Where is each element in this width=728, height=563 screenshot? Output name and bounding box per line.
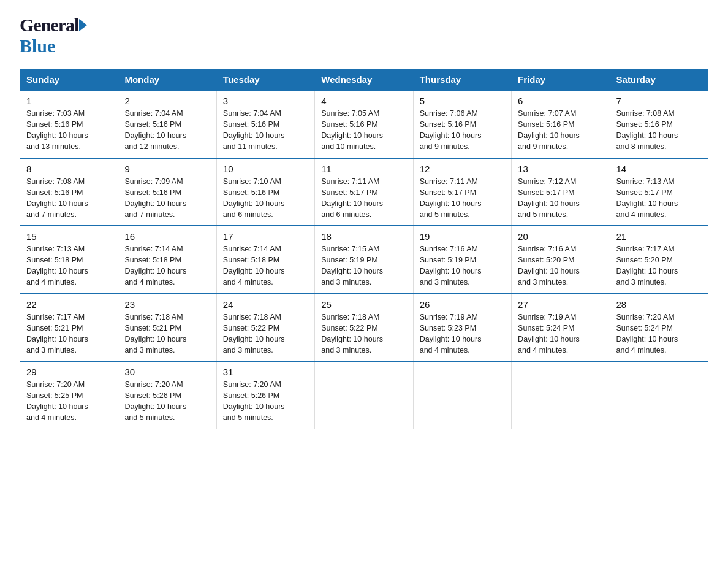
column-header-monday: Monday (118, 69, 216, 91)
calendar-cell: 23 Sunrise: 7:18 AMSunset: 5:21 PMDaylig… (118, 294, 216, 362)
calendar-cell: 14 Sunrise: 7:13 AMSunset: 5:17 PMDaylig… (610, 158, 708, 226)
calendar-cell: 19 Sunrise: 7:16 AMSunset: 5:19 PMDaylig… (413, 226, 511, 294)
column-header-friday: Friday (512, 69, 610, 91)
day-info: Sunrise: 7:04 AMSunset: 5:16 PMDaylight:… (223, 109, 285, 151)
column-header-wednesday: Wednesday (315, 69, 413, 91)
day-number: 3 (223, 96, 308, 106)
day-number: 31 (223, 367, 308, 377)
day-number: 16 (124, 231, 210, 242)
day-number: 20 (518, 231, 603, 242)
day-number: 18 (321, 231, 406, 242)
calendar-cell: 27 Sunrise: 7:19 AMSunset: 5:24 PMDaylig… (512, 294, 610, 362)
day-info: Sunrise: 7:10 AMSunset: 5:16 PMDaylight:… (223, 177, 285, 219)
day-info: Sunrise: 7:04 AMSunset: 5:16 PMDaylight:… (124, 109, 186, 151)
calendar-cell: 8 Sunrise: 7:08 AMSunset: 5:16 PMDayligh… (20, 158, 118, 226)
day-number: 17 (223, 231, 308, 242)
calendar-cell: 6 Sunrise: 7:07 AMSunset: 5:16 PMDayligh… (512, 90, 610, 158)
calendar-cell: 10 Sunrise: 7:10 AMSunset: 5:16 PMDaylig… (216, 158, 314, 226)
calendar-cell: 20 Sunrise: 7:16 AMSunset: 5:20 PMDaylig… (512, 226, 610, 294)
day-info: Sunrise: 7:20 AMSunset: 5:26 PMDaylight:… (124, 380, 186, 422)
day-info: Sunrise: 7:07 AMSunset: 5:16 PMDaylight:… (518, 109, 580, 151)
day-number: 14 (616, 164, 702, 174)
day-info: Sunrise: 7:16 AMSunset: 5:20 PMDaylight:… (518, 245, 580, 286)
day-info: Sunrise: 7:06 AMSunset: 5:16 PMDaylight:… (420, 109, 482, 151)
day-info: Sunrise: 7:17 AMSunset: 5:20 PMDaylight:… (616, 245, 678, 286)
calendar-cell: 7 Sunrise: 7:08 AMSunset: 5:16 PMDayligh… (610, 90, 708, 158)
day-number: 4 (321, 96, 406, 106)
day-number: 1 (26, 96, 112, 106)
calendar-cell: 24 Sunrise: 7:18 AMSunset: 5:22 PMDaylig… (216, 294, 314, 362)
calendar-cell: 18 Sunrise: 7:15 AMSunset: 5:19 PMDaylig… (315, 226, 413, 294)
day-info: Sunrise: 7:20 AMSunset: 5:25 PMDaylight:… (26, 380, 88, 422)
day-number: 24 (223, 299, 308, 310)
day-number: 21 (616, 231, 702, 242)
calendar-header-row: SundayMondayTuesdayWednesdayThursdayFrid… (20, 69, 708, 91)
day-number: 12 (420, 164, 505, 174)
calendar-cell: 29 Sunrise: 7:20 AMSunset: 5:25 PMDaylig… (20, 361, 118, 429)
calendar-cell: 26 Sunrise: 7:19 AMSunset: 5:23 PMDaylig… (413, 294, 511, 362)
calendar-cell: 31 Sunrise: 7:20 AMSunset: 5:26 PMDaylig… (216, 361, 314, 429)
calendar-cell: 5 Sunrise: 7:06 AMSunset: 5:16 PMDayligh… (413, 90, 511, 158)
calendar-cell: 17 Sunrise: 7:14 AMSunset: 5:18 PMDaylig… (216, 226, 314, 294)
day-number: 28 (616, 299, 702, 310)
day-info: Sunrise: 7:20 AMSunset: 5:26 PMDaylight:… (223, 380, 285, 422)
calendar-cell: 22 Sunrise: 7:17 AMSunset: 5:21 PMDaylig… (20, 294, 118, 362)
calendar-cell: 2 Sunrise: 7:04 AMSunset: 5:16 PMDayligh… (118, 90, 216, 158)
calendar-cell: 30 Sunrise: 7:20 AMSunset: 5:26 PMDaylig… (118, 361, 216, 429)
day-info: Sunrise: 7:09 AMSunset: 5:16 PMDaylight:… (124, 177, 186, 219)
calendar-cell: 12 Sunrise: 7:11 AMSunset: 5:17 PMDaylig… (413, 158, 511, 226)
calendar-week-row: 1 Sunrise: 7:03 AMSunset: 5:16 PMDayligh… (20, 90, 708, 158)
day-info: Sunrise: 7:11 AMSunset: 5:17 PMDaylight:… (420, 177, 482, 219)
day-number: 19 (420, 231, 505, 242)
day-number: 10 (223, 164, 308, 174)
logo: General Blue (20, 15, 87, 56)
day-number: 26 (420, 299, 505, 310)
day-number: 25 (321, 299, 406, 310)
day-number: 23 (124, 299, 210, 310)
day-info: Sunrise: 7:15 AMSunset: 5:19 PMDaylight:… (321, 245, 383, 286)
day-info: Sunrise: 7:08 AMSunset: 5:16 PMDaylight:… (26, 177, 88, 219)
logo-triangle-icon (79, 19, 87, 31)
day-info: Sunrise: 7:13 AMSunset: 5:17 PMDaylight:… (616, 177, 678, 219)
day-info: Sunrise: 7:12 AMSunset: 5:17 PMDaylight:… (518, 177, 580, 219)
day-number: 2 (124, 96, 210, 106)
column-header-thursday: Thursday (413, 69, 511, 91)
day-info: Sunrise: 7:19 AMSunset: 5:24 PMDaylight:… (518, 313, 580, 354)
day-number: 11 (321, 164, 406, 174)
calendar-cell: 9 Sunrise: 7:09 AMSunset: 5:16 PMDayligh… (118, 158, 216, 226)
day-info: Sunrise: 7:18 AMSunset: 5:22 PMDaylight:… (321, 313, 383, 354)
day-info: Sunrise: 7:16 AMSunset: 5:19 PMDaylight:… (420, 245, 482, 286)
calendar-cell (413, 361, 511, 429)
logo-blue-text: Blue (20, 36, 55, 56)
calendar-cell: 4 Sunrise: 7:05 AMSunset: 5:16 PMDayligh… (315, 90, 413, 158)
column-header-tuesday: Tuesday (216, 69, 314, 91)
column-header-saturday: Saturday (610, 69, 708, 91)
day-info: Sunrise: 7:03 AMSunset: 5:16 PMDaylight:… (26, 109, 88, 151)
day-info: Sunrise: 7:08 AMSunset: 5:16 PMDaylight:… (616, 109, 678, 151)
day-info: Sunrise: 7:14 AMSunset: 5:18 PMDaylight:… (223, 245, 285, 286)
logo-general-text: General (20, 15, 78, 36)
calendar-week-row: 22 Sunrise: 7:17 AMSunset: 5:21 PMDaylig… (20, 294, 708, 362)
calendar-cell: 21 Sunrise: 7:17 AMSunset: 5:20 PMDaylig… (610, 226, 708, 294)
day-info: Sunrise: 7:13 AMSunset: 5:18 PMDaylight:… (26, 245, 88, 286)
day-info: Sunrise: 7:18 AMSunset: 5:22 PMDaylight:… (223, 313, 285, 354)
calendar-cell: 15 Sunrise: 7:13 AMSunset: 5:18 PMDaylig… (20, 226, 118, 294)
calendar-cell (610, 361, 708, 429)
calendar-week-row: 8 Sunrise: 7:08 AMSunset: 5:16 PMDayligh… (20, 158, 708, 226)
calendar-cell: 13 Sunrise: 7:12 AMSunset: 5:17 PMDaylig… (512, 158, 610, 226)
calendar-cell: 16 Sunrise: 7:14 AMSunset: 5:18 PMDaylig… (118, 226, 216, 294)
calendar-cell: 1 Sunrise: 7:03 AMSunset: 5:16 PMDayligh… (20, 90, 118, 158)
day-number: 29 (26, 367, 112, 377)
day-number: 13 (518, 164, 603, 174)
day-number: 8 (26, 164, 112, 174)
day-info: Sunrise: 7:17 AMSunset: 5:21 PMDaylight:… (26, 313, 88, 354)
day-info: Sunrise: 7:19 AMSunset: 5:23 PMDaylight:… (420, 313, 482, 354)
calendar-cell: 11 Sunrise: 7:11 AMSunset: 5:17 PMDaylig… (315, 158, 413, 226)
calendar-table: SundayMondayTuesdayWednesdayThursdayFrid… (20, 69, 708, 429)
day-number: 9 (124, 164, 210, 174)
calendar-week-row: 15 Sunrise: 7:13 AMSunset: 5:18 PMDaylig… (20, 226, 708, 294)
calendar-cell (315, 361, 413, 429)
day-number: 22 (26, 299, 112, 310)
calendar-cell (512, 361, 610, 429)
day-info: Sunrise: 7:05 AMSunset: 5:16 PMDaylight:… (321, 109, 383, 151)
